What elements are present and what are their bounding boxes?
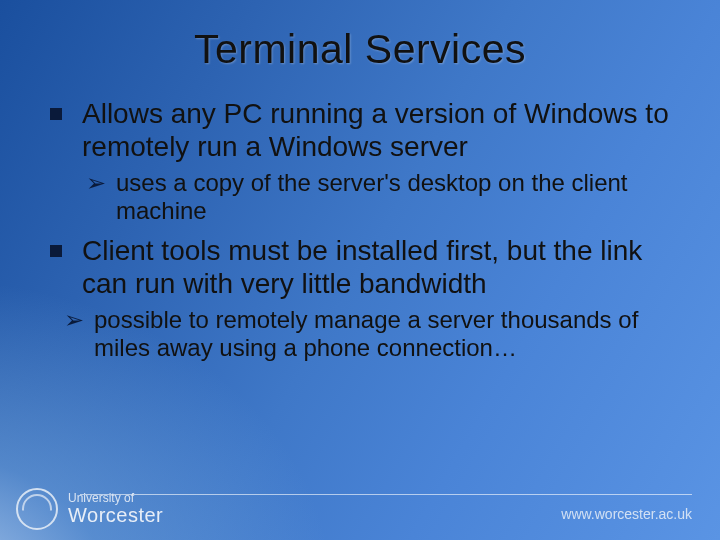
- institution-logo: University of Worcester: [16, 488, 163, 530]
- slide: Terminal Services Allows any PC running …: [0, 0, 720, 540]
- institution-prefix: University of: [68, 492, 163, 505]
- sub-bullet-item: ➢ uses a copy of the server's desktop on…: [46, 169, 674, 226]
- bullet-item: Client tools must be installed first, bu…: [46, 234, 674, 300]
- square-bullet-icon: [50, 245, 62, 257]
- footer-divider: [80, 494, 692, 495]
- slide-footer: University of Worcester www.worcester.ac…: [0, 478, 720, 540]
- institution-name: University of Worcester: [68, 492, 163, 526]
- institution-main: Worcester: [68, 505, 163, 526]
- bullet-text: Client tools must be installed first, bu…: [82, 235, 642, 299]
- bullet-item: Allows any PC running a version of Windo…: [46, 97, 674, 163]
- bullet-list: Allows any PC running a version of Windo…: [46, 97, 674, 362]
- slide-title: Terminal Services: [46, 26, 674, 73]
- sub-bullet-item: ➢ possible to remotely manage a server t…: [46, 306, 674, 363]
- arrow-bullet-icon: ➢: [64, 306, 84, 334]
- bullet-text: possible to remotely manage a server tho…: [94, 306, 638, 361]
- seal-icon: [16, 488, 58, 530]
- square-bullet-icon: [50, 108, 62, 120]
- bullet-text: Allows any PC running a version of Windo…: [82, 98, 669, 162]
- footer-url: www.worcester.ac.uk: [561, 506, 692, 522]
- arrow-bullet-icon: ➢: [86, 169, 106, 197]
- bullet-text: uses a copy of the server's desktop on t…: [116, 169, 628, 224]
